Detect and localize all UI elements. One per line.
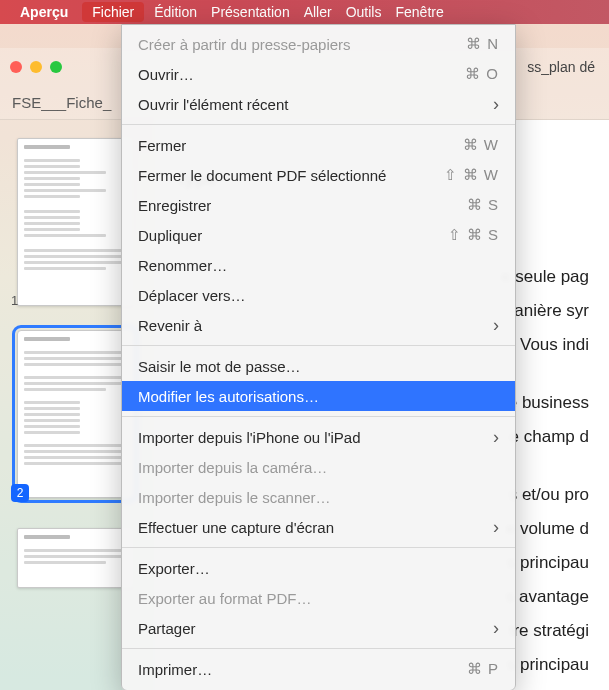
menu-duplicate[interactable]: Dupliquer ⇧ ⌘ S: [122, 220, 515, 250]
thumbnail-page-number: 1: [11, 293, 18, 308]
chevron-right-icon: ›: [493, 315, 499, 336]
menu-create-from-clipboard: Créer à partir du presse-papiers ⌘ N: [122, 29, 515, 59]
chevron-right-icon: ›: [493, 517, 499, 538]
menubar-app-name[interactable]: Aperçu: [20, 4, 68, 20]
chevron-right-icon: ›: [493, 618, 499, 639]
menu-rename[interactable]: Renommer…: [122, 250, 515, 280]
shortcut-label: ⌘ N: [466, 35, 499, 53]
menu-open-recent[interactable]: Ouvrir l'élément récent ›: [122, 89, 515, 119]
menu-close-pdf[interactable]: Fermer le document PDF sélectionné ⇧ ⌘ W: [122, 160, 515, 190]
menu-separator: [122, 124, 515, 125]
traffic-lights: [10, 61, 62, 73]
menubar-item-fenetre[interactable]: Fenêtre: [395, 4, 443, 20]
menu-print[interactable]: Imprimer… ⌘ P: [122, 654, 515, 684]
close-window-button[interactable]: [10, 61, 22, 73]
menubar: Aperçu Fichier Édition Présentation Alle…: [0, 0, 609, 24]
menu-export-pdf: Exporter au format PDF…: [122, 583, 515, 613]
menu-separator: [122, 416, 515, 417]
menu-import-camera: Importer depuis la caméra…: [122, 452, 515, 482]
menu-revert-to[interactable]: Revenir à ›: [122, 310, 515, 340]
menubar-item-aller[interactable]: Aller: [304, 4, 332, 20]
shortcut-label: ⌘ W: [463, 136, 499, 154]
menu-close[interactable]: Fermer ⌘ W: [122, 130, 515, 160]
chevron-right-icon: ›: [493, 427, 499, 448]
menu-import-iphone[interactable]: Importer depuis l'iPhone ou l'iPad ›: [122, 422, 515, 452]
file-path-text: FSE___Fiche_: [12, 94, 111, 111]
shortcut-label: ⌘ P: [467, 660, 499, 678]
menu-save[interactable]: Enregistrer ⌘ S: [122, 190, 515, 220]
menubar-item-edition[interactable]: Édition: [154, 4, 197, 20]
shortcut-label: ⌘ O: [465, 65, 499, 83]
thumbnail-badge: 2: [11, 484, 29, 502]
menu-separator: [122, 345, 515, 346]
zoom-window-button[interactable]: [50, 61, 62, 73]
menubar-item-file[interactable]: Fichier: [82, 2, 144, 22]
menu-import-scanner: Importer depuis le scanner…: [122, 482, 515, 512]
menu-move-to[interactable]: Déplacer vers…: [122, 280, 515, 310]
file-menu: Créer à partir du presse-papiers ⌘ N Ouv…: [121, 24, 516, 690]
menu-share[interactable]: Partager ›: [122, 613, 515, 643]
menu-separator: [122, 648, 515, 649]
minimize-window-button[interactable]: [30, 61, 42, 73]
menu-export[interactable]: Exporter…: [122, 553, 515, 583]
menu-open[interactable]: Ouvrir… ⌘ O: [122, 59, 515, 89]
shortcut-label: ⌘ S: [467, 196, 499, 214]
menu-edit-permissions[interactable]: Modifier les autorisations…: [122, 381, 515, 411]
window-title: ss_plan dé: [527, 59, 595, 75]
thumbnail-page-2[interactable]: 2: [17, 330, 133, 498]
menu-separator: [122, 547, 515, 548]
menu-enter-password[interactable]: Saisir le mot de passe…: [122, 351, 515, 381]
menu-screenshot[interactable]: Effectuer une capture d'écran ›: [122, 512, 515, 542]
shortcut-label: ⇧ ⌘ W: [444, 166, 500, 184]
menubar-item-outils[interactable]: Outils: [346, 4, 382, 20]
shortcut-label: ⇧ ⌘ S: [448, 226, 499, 244]
thumbnail-page-1[interactable]: 1: [17, 138, 133, 306]
menubar-item-presentation[interactable]: Présentation: [211, 4, 290, 20]
thumbnail-page-3[interactable]: [17, 528, 133, 588]
chevron-right-icon: ›: [493, 94, 499, 115]
